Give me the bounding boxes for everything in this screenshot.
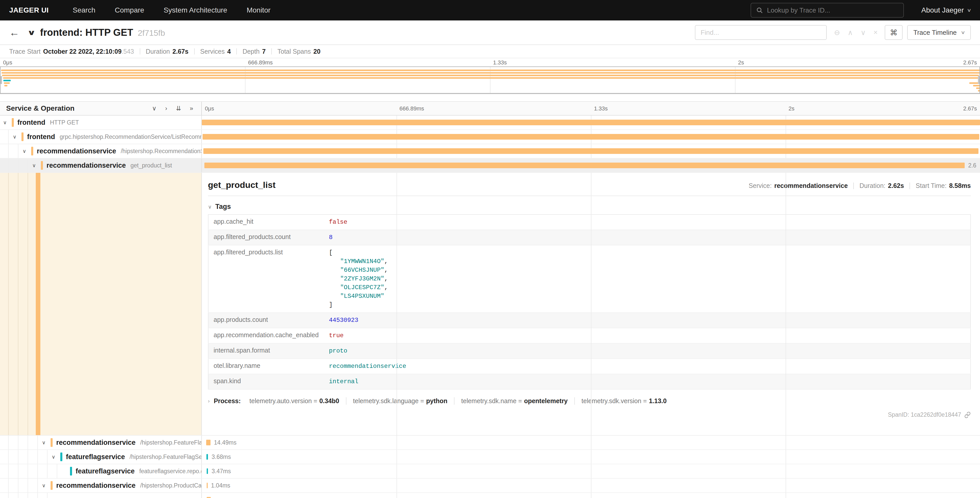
span-duration-bar[interactable] [206,440,210,445]
span-row[interactable] [0,493,980,498]
nav-item-monitor[interactable]: Monitor [237,0,280,21]
keyboard-shortcuts-button[interactable]: ⌘ [885,25,903,40]
trace-view-selector[interactable]: Trace Timeline ∨ [907,25,971,40]
chevron-down-icon: ∨ [967,7,971,13]
span-name-cell[interactable]: ∨recommendationservice/hipstershop.Produ… [0,479,202,492]
span-timeline-cell[interactable] [202,115,980,129]
summary-item: Services4 [200,48,231,55]
clear-search-icon[interactable]: × [873,29,878,37]
span-timeline-cell[interactable]: 3.68ms [202,450,980,464]
span-operation-name: /hipstershop.RecommendationService/Lis… [121,148,202,155]
span-name-cell[interactable]: ∨recommendationserviceget_product_list [0,158,202,172]
timeline-tick-label: 666.89ms [248,59,273,66]
span-duration-bar[interactable] [202,120,980,125]
summary-label: Total Spans [277,48,311,55]
minimap-range-selector[interactable] [0,67,980,94]
span-row[interactable]: ∨featureflagservice/hipstershop.FeatureF… [0,450,980,464]
nav-item-search[interactable]: Search [63,0,105,21]
summary-label: Depth [242,48,259,55]
prev-result-icon[interactable]: ∧ [848,29,853,37]
span-timeline-cell[interactable] [202,144,980,158]
span-name: ∨recommendationservice/hipstershop.Produ… [0,479,201,492]
summary-value: 4 [227,48,231,55]
span-duration-bar[interactable] [203,134,979,140]
indent-guide [28,173,28,435]
span-name-cell[interactable]: ∨frontendHTTP GET [0,115,202,129]
trace-id: 2f715fb [138,29,165,38]
span-detail-indent [0,173,202,435]
timeline-header: Service & Operation ∨ › ⇊ » 0μs666.89ms1… [0,101,980,115]
span-duration-label: 14.49ms [214,439,237,446]
span-service-name: featureflagservice [66,453,125,461]
collapse-one-icon[interactable]: ∨ [152,105,157,112]
span-duration-bar[interactable] [207,497,210,498]
timeline-tick-label: 1.33s [493,59,507,66]
span-row[interactable]: ∨recommendationservice/hipstershop.Produ… [0,479,980,493]
span-operation-name: HTTP GET [50,119,79,126]
chevron-down-icon[interactable]: ∨ [42,482,51,488]
span-row[interactable]: featureflagservicefeatureflagservice.rep… [0,464,980,479]
span-name-cell[interactable]: featureflagservicefeatureflagservice.rep… [0,464,202,478]
chevron-down-icon[interactable]: ∨ [22,148,31,154]
span-duration-bar[interactable] [204,148,978,154]
span-timeline-cell[interactable]: 1.04ms [202,479,980,492]
find-input[interactable] [695,25,827,40]
expand-all-icon[interactable]: » [190,105,193,112]
span-name-cell[interactable]: ∨frontendgrpc.hipstershop.Recommendation… [0,130,202,144]
span-row[interactable]: ∨recommendationservice/hipstershop.Recom… [0,144,980,158]
span-timeline-cell[interactable]: 14.49ms [202,436,980,449]
span-duration-bar[interactable] [207,468,208,474]
chevron-down-icon[interactable]: ∨ [3,120,12,126]
nav-item-compare[interactable]: Compare [105,0,154,21]
span-duration-bar[interactable] [204,163,965,168]
span-timeline-cell[interactable]: 2.6 [202,158,980,172]
indent-guide [8,173,9,435]
collapse-all-icon[interactable]: ⇊ [176,105,181,112]
span-row[interactable]: ∨recommendationservice/hipstershop.Featu… [0,436,980,450]
span-timeline-cell[interactable]: 3.47ms [202,464,980,478]
span-duration-bar[interactable] [207,483,208,488]
span-name: ∨recommendationserviceget_product_list [0,158,201,172]
span-timeline-cell[interactable] [202,493,980,498]
span-name-cell[interactable]: ∨recommendationservice/hipstershop.Recom… [0,144,202,158]
span-row[interactable]: ∨frontendHTTP GET [0,115,980,130]
chevron-down-icon[interactable]: ∨ [42,439,51,445]
about-jaeger-menu[interactable]: About Jaeger ∨ [921,6,971,14]
span-service-name: recommendationservice [46,161,126,169]
nav-item-system-architecture[interactable]: System Architecture [154,0,237,21]
span-row[interactable]: ∨frontendgrpc.hipstershop.Recommendation… [0,130,980,144]
span-name-cell[interactable]: ∨recommendationservice/hipstershop.Featu… [0,436,202,449]
summary-separator [236,48,237,54]
timeline-minimap[interactable] [0,67,980,94]
chevron-down-icon[interactable]: ∨ [32,162,41,168]
span-name-cell[interactable]: ∨featureflagservice/hipstershop.FeatureF… [0,450,202,464]
minimap-tick-labels: 0μs666.89ms1.33s2s2.67s [0,58,980,67]
next-result-icon[interactable]: ∨ [861,29,866,37]
timeline-tick-label: 666.89ms [399,105,424,112]
expand-one-icon[interactable]: › [165,105,167,112]
trace-header-collapse-icon[interactable]: ∨ [27,29,36,37]
span-timeline-cell[interactable] [202,130,980,144]
span-operation-name: featureflagservice.repo.query:fe… [139,468,202,475]
range-handle-left[interactable] [0,76,2,84]
span-duration-bar[interactable] [207,454,208,460]
find-controls: ⊖ ∧ ∨ × [834,29,878,37]
trace-lookup-box[interactable] [751,3,904,18]
chevron-down-icon[interactable]: ∨ [52,454,60,460]
selected-span-guide[interactable] [36,173,40,435]
span-operation-name: grpc.hipstershop.RecommendationService/L… [59,134,202,140]
zoom-out-icon[interactable]: ⊖ [834,29,840,37]
app-logo[interactable]: JAEGER UI [9,6,49,14]
span-row[interactable]: ∨recommendationserviceget_product_list2.… [0,158,980,173]
span-name: ∨frontendHTTP GET [0,115,201,129]
back-button[interactable]: ← [9,27,19,38]
chevron-down-icon[interactable]: ∨ [13,134,21,140]
trace-lookup-input[interactable] [767,6,898,14]
summary-value: 20 [313,48,321,55]
span-duration-label: 3.47ms [212,468,231,475]
timeline-tick-label: 2s [738,59,744,66]
span-name-cell[interactable] [0,493,202,498]
span-name: ∨frontendgrpc.hipstershop.Recommendation… [0,130,201,144]
chevron-down-icon: ∨ [961,30,965,35]
range-handle-right[interactable] [978,76,980,84]
